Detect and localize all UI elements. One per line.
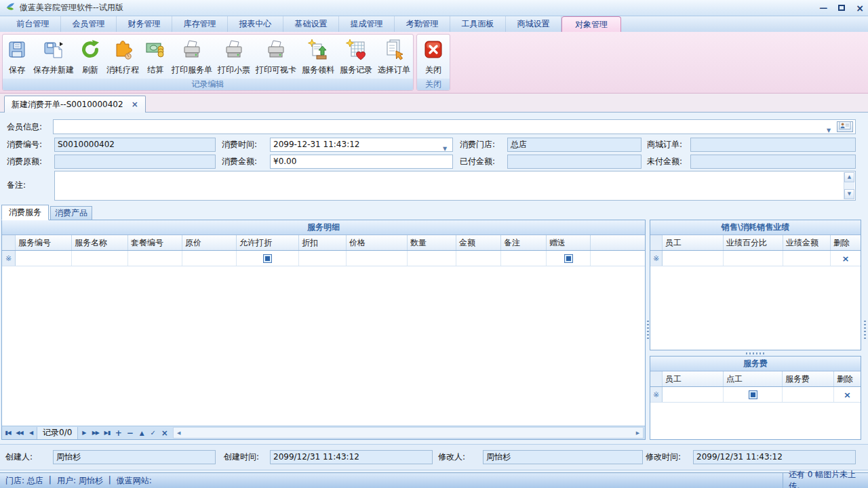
nav-last-icon[interactable]: ▶▮ xyxy=(101,427,113,439)
cell-service-no[interactable] xyxy=(16,251,72,266)
refresh-button[interactable]: 刷新 xyxy=(77,36,104,79)
chevron-down-icon[interactable]: ▼ xyxy=(824,124,833,137)
col-allow-discount[interactable]: 允许打折 xyxy=(237,235,299,250)
cell-discount[interactable] xyxy=(299,251,347,266)
col-package-no[interactable]: 套餐编号 xyxy=(128,235,182,250)
modify-time-field[interactable]: 2099/12/31 11:43:12 xyxy=(693,450,856,464)
menu-tab-inventory[interactable]: 库存管理 xyxy=(172,16,228,32)
cell-perf-percent[interactable] xyxy=(724,251,783,266)
delete-row-icon[interactable]: × xyxy=(842,253,850,264)
checkbox-icon[interactable] xyxy=(263,254,272,263)
cell-package-no[interactable] xyxy=(128,251,182,266)
col-discount[interactable]: 折扣 xyxy=(299,235,347,250)
menu-tab-mall-settings[interactable]: 商城设置 xyxy=(506,16,561,32)
nav-next-page-icon[interactable]: ▶▶ xyxy=(90,427,101,439)
new-row-marker[interactable]: ※ xyxy=(2,251,16,266)
menu-tab-commission[interactable]: 提成管理 xyxy=(339,16,395,32)
paid-amt-field[interactable] xyxy=(507,155,642,169)
col-remark[interactable]: 备注 xyxy=(501,235,547,250)
member-info-combo[interactable]: ▼ xyxy=(53,119,856,134)
cell-quantity[interactable] xyxy=(408,251,456,266)
nav-prev-icon[interactable]: ◀ xyxy=(25,427,37,439)
nav-post-icon[interactable]: ✓ xyxy=(147,427,159,439)
col-employee[interactable]: 员工 xyxy=(663,371,724,386)
cell-original-price[interactable] xyxy=(182,251,237,266)
print-receipt-button[interactable]: 打印小票 xyxy=(215,36,253,79)
document-tab-close-icon[interactable]: × xyxy=(132,100,138,109)
col-delete[interactable]: 删除 xyxy=(834,371,861,386)
close-window-button[interactable]: × xyxy=(856,4,864,12)
scroll-right-icon[interactable]: ▶ xyxy=(633,428,643,438)
cell-amount[interactable] xyxy=(456,251,501,266)
create-time-field[interactable]: 2099/12/31 11:43:12 xyxy=(270,450,433,464)
col-service-fee[interactable]: 服务费 xyxy=(783,371,834,386)
col-point-work[interactable]: 点工 xyxy=(724,371,783,386)
nav-cancel-icon[interactable]: × xyxy=(159,427,170,439)
col-perf-percent[interactable]: 业绩百分比 xyxy=(724,235,783,250)
horizontal-splitter[interactable] xyxy=(650,350,861,356)
tab-consume-service[interactable]: 消费服务 xyxy=(1,205,49,220)
col-delete[interactable]: 删除 xyxy=(831,235,861,250)
save-button[interactable]: 保存 xyxy=(3,36,31,79)
settle-button[interactable]: 结算 xyxy=(142,36,169,79)
nav-edit-icon[interactable]: ▲ xyxy=(136,427,147,439)
minimize-button[interactable]: — xyxy=(819,4,827,12)
member-lookup-button[interactable] xyxy=(837,121,853,132)
cell-employee[interactable] xyxy=(663,387,724,402)
consume-amt-field[interactable]: ¥0.00 xyxy=(270,155,453,169)
menu-tab-tools[interactable]: 工具面板 xyxy=(450,16,506,32)
col-gift[interactable]: 赠送 xyxy=(547,235,591,250)
mall-order-field[interactable] xyxy=(690,138,856,152)
new-row-marker[interactable]: ※ xyxy=(650,387,663,402)
consume-time-field[interactable]: 2099-12-31 11:43:12 ▼ xyxy=(270,138,453,152)
print-visual-card-button[interactable]: 打印可视卡 xyxy=(253,36,299,79)
cell-remark[interactable] xyxy=(501,251,547,266)
print-service-slip-button[interactable]: 打印服务单 xyxy=(169,36,215,79)
cell-service-name[interactable] xyxy=(72,251,128,266)
delete-row-icon[interactable]: × xyxy=(844,390,851,400)
consume-orig-field[interactable] xyxy=(54,155,216,169)
nav-first-icon[interactable]: ▮◀ xyxy=(2,427,14,439)
service-material-button[interactable]: 服务领料 xyxy=(299,36,337,79)
col-service-no[interactable]: 服务编号 xyxy=(16,235,72,250)
nav-delete-icon[interactable]: − xyxy=(124,427,136,439)
save-and-new-button[interactable]: 保存并新建 xyxy=(31,36,77,79)
consume-treatment-button[interactable]: 消耗疗程 xyxy=(104,36,142,79)
menu-tab-basic-settings[interactable]: 基础设置 xyxy=(283,16,339,32)
tab-consume-product[interactable]: 消费产品 xyxy=(50,206,92,220)
consume-store-field[interactable]: 总店 xyxy=(507,138,642,152)
col-quantity[interactable]: 数量 xyxy=(408,235,456,250)
chevron-down-icon[interactable]: ▼ xyxy=(440,142,450,155)
col-original-price[interactable]: 原价 xyxy=(182,235,237,250)
unpaid-amt-field[interactable] xyxy=(690,155,856,169)
menu-tab-object-management[interactable]: 对象管理 xyxy=(561,16,621,32)
scroll-left-icon[interactable]: ◀ xyxy=(174,428,184,438)
scroll-up-icon[interactable]: ▲ xyxy=(844,172,854,182)
select-order-button[interactable]: 选择订单 xyxy=(375,36,413,79)
menu-tab-members[interactable]: 会员管理 xyxy=(61,16,117,32)
nav-append-icon[interactable]: + xyxy=(113,427,124,439)
remark-scrollbar[interactable]: ▲ ▼ xyxy=(844,172,854,199)
cell-employee[interactable] xyxy=(663,251,724,266)
col-service-name[interactable]: 服务名称 xyxy=(72,235,128,250)
col-perf-amount[interactable]: 业绩金额 xyxy=(783,235,831,250)
remark-textarea[interactable]: ▲ ▼ xyxy=(54,171,856,201)
cell-price[interactable] xyxy=(347,251,408,266)
cell-perf-amount[interactable] xyxy=(783,251,831,266)
menu-tab-attendance[interactable]: 考勤管理 xyxy=(395,16,450,32)
modifier-field[interactable]: 周怡杉 xyxy=(483,450,643,464)
restore-button[interactable] xyxy=(838,4,845,12)
new-row-marker[interactable]: ※ xyxy=(650,251,663,266)
creator-field[interactable]: 周怡杉 xyxy=(53,450,216,464)
cell-service-fee[interactable] xyxy=(783,387,834,402)
menu-tab-finance[interactable]: 财务管理 xyxy=(117,16,172,32)
menu-tab-reports[interactable]: 报表中心 xyxy=(228,16,283,32)
checkbox-icon[interactable] xyxy=(564,254,573,263)
close-tab-button[interactable]: 关闭 xyxy=(420,36,447,79)
col-amount[interactable]: 金额 xyxy=(456,235,501,250)
col-price[interactable]: 价格 xyxy=(347,235,408,250)
menu-tab-front-desk[interactable]: 前台管理 xyxy=(5,16,61,32)
scroll-down-icon[interactable]: ▼ xyxy=(844,189,854,199)
nav-next-icon[interactable]: ▶ xyxy=(78,427,90,439)
service-record-button[interactable]: 服务记录 xyxy=(337,36,375,79)
